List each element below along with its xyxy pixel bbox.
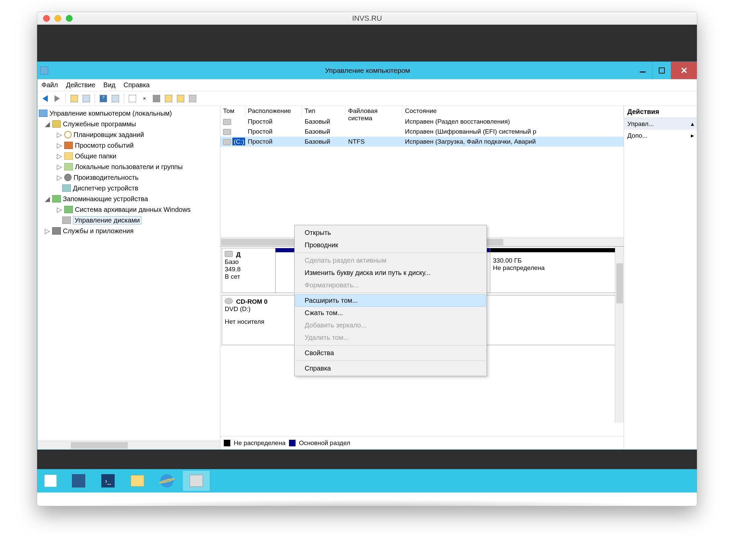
taskbar-computer-management[interactable] — [183, 471, 210, 491]
win-titlebar[interactable]: Управление компьютером ✕ — [37, 62, 697, 79]
tree-label: Служебные программы — [63, 120, 136, 128]
tree-label: Общие папки — [75, 152, 116, 160]
tree-item[interactable]: ▷Производительность — [37, 172, 220, 183]
menubar: Файл Действие Вид Справка — [37, 79, 697, 91]
tree-label: Просмотр событий — [75, 142, 134, 149]
volume-icon — [223, 139, 231, 145]
mac-titlebar[interactable]: INVS.RU — [37, 12, 697, 25]
menu-view[interactable]: Вид — [103, 81, 115, 89]
col-status[interactable]: Состояние — [402, 106, 624, 117]
remote-desktop-area: Управление компьютером ✕ Файл Действие В… — [37, 25, 697, 493]
ctx-explorer[interactable]: Проводник — [295, 239, 486, 251]
expand-icon[interactable]: ▷ — [56, 205, 62, 214]
tree-pane[interactable]: Управление компьютером (локальным) ◢ Слу… — [37, 106, 220, 449]
ctx-change-letter[interactable]: Изменить букву диска или путь к диску... — [295, 267, 486, 279]
tree-item[interactable]: ▷Локальные пользователи и группы — [37, 161, 220, 172]
tree-item[interactable]: Диспетчер устройств — [37, 183, 220, 193]
tree-disk-management[interactable]: Управление дисками — [37, 215, 220, 226]
window-title: Управление компьютером — [37, 66, 697, 75]
tree-storage[interactable]: ◢Запоминающие устройства — [37, 193, 220, 204]
menu-file[interactable]: Файл — [41, 81, 58, 89]
minimize-button[interactable] — [633, 62, 652, 79]
col-volume[interactable]: Том — [220, 106, 245, 117]
tree-root[interactable]: Управление компьютером (локальным) — [37, 108, 220, 119]
services-icon — [52, 227, 61, 235]
help-icon[interactable]: ? — [98, 94, 108, 104]
tree-item[interactable]: ▷Просмотр событий — [37, 140, 220, 151]
legend-label: Не распределена — [234, 439, 286, 447]
performance-icon — [64, 174, 72, 181]
refresh-icon[interactable] — [127, 94, 137, 104]
partition-unallocated[interactable]: 330.00 ГБ Не распределена — [490, 248, 622, 293]
taskbar-explorer[interactable] — [124, 471, 151, 491]
toolbar-icon[interactable] — [176, 94, 186, 104]
taskbar-powershell[interactable]: ›_ — [95, 471, 121, 491]
toolbar-icon[interactable] — [164, 94, 174, 104]
tree-item[interactable]: ▷Планировщик заданий — [37, 129, 220, 140]
tree-label: Планировщик заданий — [74, 131, 144, 139]
disk-icon — [62, 217, 71, 224]
ctx-format: Форматировать... — [295, 279, 486, 291]
disk-label[interactable]: Д Базо 349.8 В сет — [222, 248, 276, 293]
expand-icon[interactable]: ▷ — [56, 152, 62, 160]
actions-item[interactable]: Управл...▴ — [624, 118, 697, 130]
scrollbar-thumb[interactable] — [616, 263, 623, 303]
volume-row-selected[interactable]: (C:) Простой Базовый NTFS Исправен (Загр… — [220, 137, 624, 147]
disk-vscrollbar[interactable] — [615, 247, 624, 423]
legend-swatch-primary — [289, 440, 296, 446]
ctx-extend-volume[interactable]: Расширить том... — [295, 294, 486, 307]
toolbar-icon[interactable] — [188, 94, 198, 104]
tree-system-tools[interactable]: ◢ Служебные программы — [37, 119, 220, 129]
menu-action[interactable]: Действие — [66, 81, 95, 89]
forward-button[interactable] — [52, 94, 62, 104]
backup-icon — [64, 206, 73, 213]
toolbar-icon[interactable] — [81, 94, 91, 104]
col-filesystem[interactable]: Файловая система — [345, 106, 402, 117]
tree-services[interactable]: ▷Службы и приложения — [37, 226, 220, 236]
actions-header: Действия — [624, 106, 697, 118]
actions-item[interactable]: Допо...▸ — [624, 130, 697, 141]
computer-icon — [39, 110, 47, 117]
taskbar-server-manager[interactable] — [65, 471, 92, 491]
delete-icon[interactable]: ✕ — [139, 94, 149, 104]
toolbar-icon[interactable] — [69, 94, 79, 104]
expand-icon[interactable]: ▷ — [56, 173, 62, 181]
volume-row[interactable]: Простой Базовый Исправен (Шифрованный (E… — [220, 127, 624, 137]
wrench-icon — [52, 120, 61, 128]
tree-label: Диспетчер устройств — [73, 184, 138, 192]
expand-icon[interactable]: ▷ — [44, 227, 50, 235]
partition-label: Не распределена — [493, 264, 619, 272]
ctx-shrink-volume[interactable]: Сжать том... — [295, 307, 486, 319]
tree-item[interactable]: ▷Система архивации данных Windows — [37, 204, 220, 215]
collapse-icon[interactable]: ◢ — [44, 120, 50, 128]
menu-help[interactable]: Справка — [123, 81, 149, 89]
col-type[interactable]: Тип — [302, 106, 345, 117]
tree-scrollbar[interactable] — [37, 441, 220, 449]
collapse-icon[interactable]: ◢ — [44, 195, 50, 203]
actions-pane: Действия Управл...▴ Допо...▸ — [624, 106, 697, 449]
start-button[interactable] — [37, 469, 64, 493]
volume-row[interactable]: Простой Базовый Исправен (Раздел восстан… — [220, 117, 624, 127]
storage-icon — [52, 195, 61, 202]
expand-icon[interactable]: ▷ — [56, 163, 62, 171]
maximize-button[interactable] — [652, 62, 671, 79]
ctx-help[interactable]: Справка — [295, 362, 486, 375]
taskbar-ie[interactable] — [153, 471, 180, 491]
ctx-properties[interactable]: Свойства — [295, 347, 486, 359]
expand-icon[interactable]: ▷ — [56, 141, 62, 149]
close-button[interactable]: ✕ — [671, 62, 697, 79]
expand-icon[interactable]: ▷ — [56, 131, 62, 139]
toolbar-icon[interactable] — [151, 94, 162, 104]
ctx-add-mirror: Добавить зеркало... — [295, 319, 486, 331]
scheduler-icon — [64, 131, 72, 138]
toolbar-icon[interactable] — [110, 94, 120, 104]
tree-label: Производительность — [74, 174, 138, 181]
col-layout[interactable]: Расположение — [245, 106, 302, 117]
ctx-open[interactable]: Открыть — [295, 227, 486, 239]
back-button[interactable] — [40, 94, 50, 104]
tree-item[interactable]: ▷Общие папки — [37, 151, 220, 161]
taskbar[interactable]: ›_ — [37, 469, 697, 493]
scrollbar-thumb[interactable] — [71, 442, 128, 449]
device-manager-icon — [62, 184, 71, 192]
legend-label: Основной раздел — [299, 439, 350, 447]
